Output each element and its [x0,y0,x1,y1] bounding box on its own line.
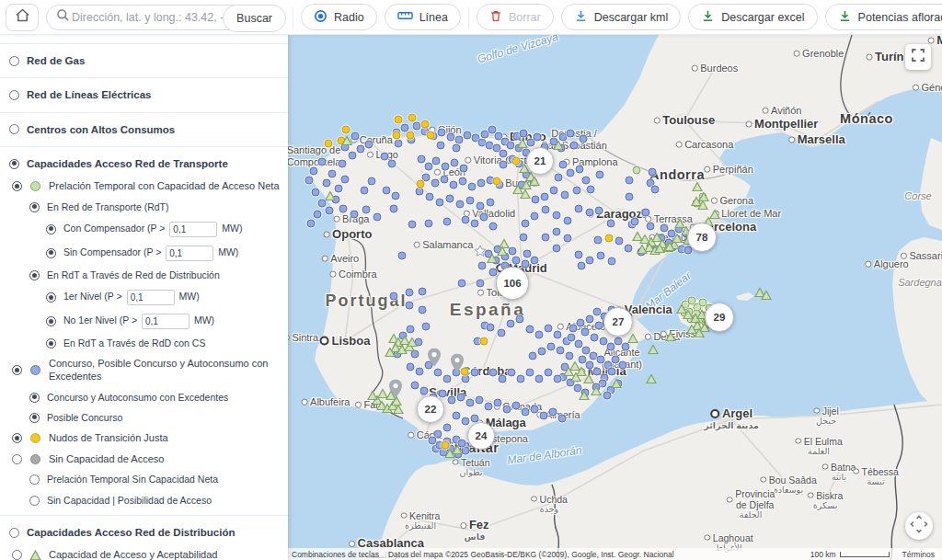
marker-blue-dot[interactable] [478,262,487,270]
marker-blue-dot[interactable] [586,315,594,324]
marker-blue-dot[interactable] [373,213,382,222]
marker-blue-dot[interactable] [566,352,574,360]
radio-prelacion-temporal-neta[interactable] [12,181,22,191]
marker-blue-dot[interactable] [462,375,470,383]
marker-blue-dot[interactable] [471,369,479,377]
cluster-badge[interactable]: 106 [496,267,529,300]
marker-green-triangle[interactable] [563,367,574,377]
marker-blue-dot[interactable] [431,179,440,188]
marker-blue-dot[interactable] [531,406,539,414]
marker-green-triangle[interactable] [517,139,528,149]
marker-green-triangle[interactable] [553,141,564,151]
marker-blue-dot[interactable] [390,205,398,213]
radio-no-primer-nivel[interactable] [46,316,56,326]
marker-blue-dot[interactable] [443,424,452,432]
marker-yellow-dot[interactable] [421,120,430,129]
marker-blue-dot[interactable] [603,392,612,400]
radio-prelacion-sin-capacidad[interactable] [29,474,40,485]
line-tool-button[interactable]: Línea [385,4,461,30]
marker-blue-dot[interactable] [540,412,548,420]
marker-blue-dot[interactable] [455,136,464,144]
layer-row-con-compensador[interactable]: Con Compensador (P > MW) [0,217,288,241]
marker-blue-dot[interactable] [418,155,426,164]
marker-green-triangle[interactable] [377,389,388,399]
radio-capacidad-aceptabilidad[interactable] [12,550,22,560]
marker-pin[interactable] [451,354,464,372]
marker-blue-dot[interactable] [500,161,508,169]
marker-yellow-dot[interactable] [480,337,488,346]
marker-blue-dot[interactable] [568,334,576,342]
radio-en-rdt-a-traves-rdd[interactable] [29,270,40,280]
marker-blue-dot[interactable] [554,375,562,383]
radio-sin-compensador[interactable] [46,248,56,258]
marker-blue-dot[interactable] [413,122,421,131]
marker-blue-dot[interactable] [471,220,479,228]
marker-blue-dot[interactable] [462,216,470,224]
marker-blue-dot[interactable] [434,369,442,377]
marker-blue-dot[interactable] [305,177,314,185]
search-field[interactable]: Buscar [46,5,285,30]
marker-blue-dot[interactable] [529,352,537,360]
marker-blue-dot[interactable] [339,205,348,213]
marker-blue-dot[interactable] [577,319,585,327]
marker-blue-dot[interactable] [553,245,561,253]
marker-blue-dot[interactable] [407,363,415,371]
clear-button[interactable]: Borrar [477,4,554,30]
threshold-input-sin-compensador[interactable] [166,246,213,261]
marker-green-triangle[interactable] [697,200,708,211]
marker-blue-dot[interactable] [526,369,534,377]
marker-blue-dot[interactable] [395,140,403,148]
marker-blue-dot[interactable] [464,131,472,140]
marker-blue-dot[interactable] [489,223,498,231]
marker-blue-dot[interactable] [443,375,452,383]
marker-blue-dot[interactable] [326,207,334,215]
marker-blue-dot[interactable] [323,179,331,188]
cluster-badge[interactable]: 24 [467,422,495,450]
marker-blue-dot[interactable] [368,177,376,186]
marker-blue-dot[interactable] [607,220,615,228]
marker-blue-dot[interactable] [517,375,525,383]
marker-blue-dot[interactable] [542,234,550,242]
marker-blue-dot[interactable] [550,187,558,195]
marker-blue-dot[interactable] [416,188,424,196]
marker-blue-dot[interactable] [647,223,655,231]
marker-blue-dot[interactable] [408,221,417,229]
marker-blue-dot[interactable] [357,145,365,154]
marker-blue-dot[interactable] [523,250,532,258]
marker-green-triangle[interactable] [487,254,498,264]
cluster-badge[interactable]: 29 [705,303,734,332]
download-excel-button[interactable]: Descargar excel [688,4,817,30]
marker-blue-dot[interactable] [310,167,318,176]
threshold-input-con-compensador[interactable] [169,222,217,237]
marker-blue-dot[interactable] [419,288,427,296]
threshold-input-no-primer-nivel[interactable] [142,314,190,329]
marker-blue-dot[interactable] [406,289,414,297]
marker-blue-dot[interactable] [487,199,495,207]
marker-green-triangle[interactable] [761,291,772,301]
marker-green-triangle[interactable] [367,391,378,401]
marker-blue-dot[interactable] [349,152,357,160]
cluster-badge[interactable]: 78 [687,223,717,252]
marker-blue-dot[interactable] [362,206,371,214]
marker-blue-dot[interactable] [453,412,461,420]
marker-blue-dot[interactable] [587,186,595,194]
marker-blue-dot[interactable] [607,343,615,351]
marker-green-triangle[interactable] [444,449,455,459]
marker-blue-dot[interactable] [586,257,594,265]
marker-blue-dot[interactable] [485,403,493,411]
marker-blue-dot[interactable] [557,347,565,355]
marker-blue-dot[interactable] [531,257,539,265]
marker-blue-dot[interactable] [441,176,449,184]
layer-row-concurso-autoconsumo[interactable]: Concurso y Autoconsumo con Excedentes [0,387,288,407]
layer-row-sin-compensador[interactable]: Sin Compensador (P > MW) [0,241,288,265]
marker-blue-dot[interactable] [580,135,588,143]
marker-blue-dot[interactable] [575,251,583,259]
radio-primer-nivel[interactable] [46,292,56,303]
marker-blue-dot[interactable] [439,390,447,398]
marker-blue-dot[interactable] [476,396,484,405]
marker-blue-dot[interactable] [459,177,467,186]
marker-blue-dot[interactable] [312,189,320,197]
marker-blue-dot[interactable] [586,209,594,217]
marker-blue-dot[interactable] [532,196,540,204]
cluster-badge[interactable]: 27 [603,307,633,337]
